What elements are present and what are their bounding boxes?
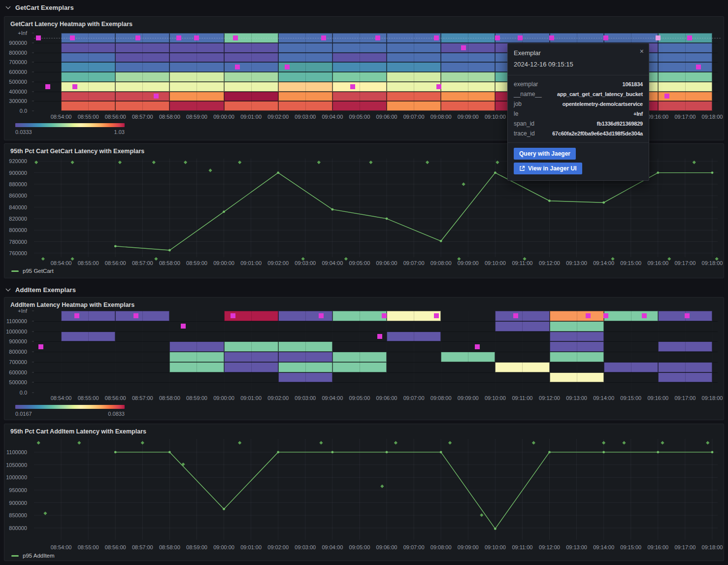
exemplar-marker[interactable] xyxy=(513,313,518,318)
data-point[interactable] xyxy=(331,451,333,454)
section-header-getcart[interactable]: GetCart Exemplars xyxy=(0,0,728,15)
panel-title[interactable]: 95th Pct Cart GetCart Latency with Exemp… xyxy=(10,148,144,155)
data-point[interactable] xyxy=(602,451,605,454)
exemplar-diamond[interactable] xyxy=(394,441,397,444)
x-axis-label: 09:08:00 xyxy=(430,260,452,266)
exemplar-marker[interactable] xyxy=(642,313,647,318)
exemplar-marker[interactable] xyxy=(72,84,77,89)
data-point[interactable] xyxy=(602,201,605,204)
exemplar-diamond[interactable] xyxy=(532,441,535,444)
exemplar-marker[interactable] xyxy=(475,344,480,349)
exemplar-marker[interactable] xyxy=(377,334,382,339)
data-point[interactable] xyxy=(331,208,333,211)
gridline xyxy=(34,372,718,373)
exemplar-marker[interactable] xyxy=(36,35,41,40)
exemplar-diamond[interactable] xyxy=(37,441,40,444)
data-point[interactable] xyxy=(114,245,117,247)
exemplar-marker[interactable] xyxy=(233,35,238,40)
exemplar-marker[interactable] xyxy=(194,35,199,40)
exemplar-marker[interactable] xyxy=(135,35,140,40)
data-point[interactable] xyxy=(657,171,659,174)
exemplar-diamond[interactable] xyxy=(380,485,384,488)
exemplar-marker[interactable] xyxy=(285,65,290,69)
data-point[interactable] xyxy=(440,240,442,242)
data-point[interactable] xyxy=(386,451,388,454)
x-axis-label: 09:14:00 xyxy=(593,260,614,266)
exemplar-marker[interactable] xyxy=(518,35,523,40)
exemplar-diamond[interactable] xyxy=(480,513,483,517)
panel-title[interactable]: AddItem Latency Heatmap with Exemplars xyxy=(10,301,134,308)
close-icon[interactable]: × xyxy=(640,48,644,55)
data-point[interactable] xyxy=(168,451,171,454)
exemplar-marker[interactable] xyxy=(461,45,466,50)
exemplar-marker[interactable] xyxy=(603,313,608,318)
exemplar-marker[interactable] xyxy=(586,313,591,318)
exemplar-marker[interactable] xyxy=(321,35,326,40)
exemplar-marker[interactable] xyxy=(231,313,235,318)
exemplar-diamond[interactable] xyxy=(622,441,626,444)
exemplar-marker[interactable] xyxy=(685,313,690,318)
data-point[interactable] xyxy=(277,451,279,454)
exemplar-marker[interactable] xyxy=(436,84,441,89)
exemplar-marker[interactable] xyxy=(176,35,181,40)
exemplar-marker[interactable] xyxy=(656,35,661,40)
exemplar-diamond[interactable] xyxy=(602,441,605,444)
exemplar-marker[interactable] xyxy=(350,84,355,89)
exemplar-diamond[interactable] xyxy=(448,441,452,444)
data-point[interactable] xyxy=(494,528,496,530)
exemplar-marker[interactable] xyxy=(434,313,439,318)
exemplar-marker[interactable] xyxy=(319,313,324,318)
exemplar-marker[interactable] xyxy=(495,35,500,40)
exemplar-marker[interactable] xyxy=(696,65,701,69)
exemplar-diamond[interactable] xyxy=(238,441,241,444)
exemplar-marker[interactable] xyxy=(235,65,240,69)
exemplar-diamond[interactable] xyxy=(141,441,144,444)
exemplar-diamond[interactable] xyxy=(706,441,709,444)
data-point[interactable] xyxy=(223,210,225,213)
data-point[interactable] xyxy=(223,508,225,510)
exemplar-marker[interactable] xyxy=(74,313,79,318)
panel-title[interactable]: GetCart Latency Heatmap with Exemplars xyxy=(10,21,132,28)
exemplar-marker[interactable] xyxy=(70,35,75,40)
data-point[interactable] xyxy=(711,451,714,454)
exemplar-marker[interactable] xyxy=(549,35,554,40)
data-point[interactable] xyxy=(548,199,551,202)
exemplar-marker[interactable] xyxy=(382,313,387,318)
exemplar-diamond[interactable] xyxy=(462,182,465,186)
data-point[interactable] xyxy=(168,249,171,252)
data-point[interactable] xyxy=(711,171,714,174)
y-axis-label: 1100000 xyxy=(6,318,27,324)
exemplar-marker[interactable] xyxy=(603,35,608,40)
exemplar-marker[interactable] xyxy=(375,35,380,40)
x-axis-label: 09:10:00 xyxy=(485,544,506,550)
exemplar-marker[interactable] xyxy=(45,84,50,89)
exemplar-diamond[interactable] xyxy=(43,512,47,515)
exemplar-diamond[interactable] xyxy=(208,168,212,172)
data-point[interactable] xyxy=(548,451,551,454)
exemplar-diamond[interactable] xyxy=(319,441,323,444)
legend-item-p95-getcart[interactable]: p95 GetCart xyxy=(11,268,54,274)
view-in-jaeger-ui-button[interactable]: View in Jaeger UI xyxy=(514,163,582,174)
panel-title[interactable]: 95th Pct Cart AddItem Latency with Exemp… xyxy=(10,428,146,435)
exemplar-marker[interactable] xyxy=(181,324,186,329)
tooltip-field-label: trace_id xyxy=(514,130,535,137)
exemplar-marker[interactable] xyxy=(664,94,669,99)
exemplar-marker[interactable] xyxy=(154,94,159,99)
query-with-jaeger-button[interactable]: Query with Jaeger xyxy=(514,148,576,160)
data-point[interactable] xyxy=(440,451,442,454)
exemplar-diamond[interactable] xyxy=(661,441,664,444)
data-point[interactable] xyxy=(277,171,279,174)
legend-line-swatch xyxy=(11,270,19,272)
data-point[interactable] xyxy=(657,451,659,454)
data-point[interactable] xyxy=(494,171,496,174)
exemplar-marker[interactable] xyxy=(38,344,43,349)
exemplar-marker[interactable] xyxy=(434,35,439,40)
exemplar-diamond[interactable] xyxy=(77,441,81,444)
data-point[interactable] xyxy=(386,217,388,220)
exemplar-marker[interactable] xyxy=(687,35,692,40)
x-axis-label: 09:03:00 xyxy=(295,544,316,550)
data-point[interactable] xyxy=(114,451,117,454)
exemplar-marker[interactable] xyxy=(133,313,138,318)
legend-item-p95-additem[interactable]: p95 AddItem xyxy=(11,553,55,559)
section-header-additem[interactable]: AddItem Exemplars xyxy=(0,282,728,297)
